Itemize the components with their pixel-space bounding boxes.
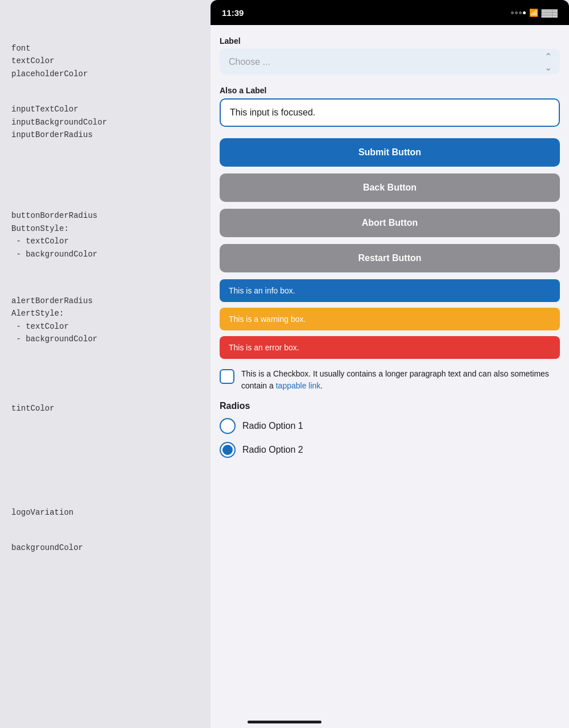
select-wrapper: Choose ... ⌃⌄	[220, 49, 560, 75]
back-button[interactable]: Back Button	[220, 173, 560, 202]
radio-option-1-row[interactable]: Radio Option 1	[220, 418, 560, 434]
logo-annotation: logoVariation	[11, 506, 199, 519]
input-label: Also a Label	[220, 86, 560, 95]
radios-section-label: Radios	[220, 401, 560, 411]
checkbox-row[interactable]: This is a Checkbox. It usually contains …	[220, 368, 560, 392]
signal-icon	[511, 11, 526, 14]
info-alert: This is an info box.	[220, 279, 560, 302]
font-annotation: fonttextColorplaceholderColor	[11, 42, 199, 80]
checkbox-tappable-link[interactable]: tappable link	[276, 381, 321, 390]
abort-button[interactable]: Abort Button	[220, 209, 560, 237]
radio-option-2-button[interactable]	[220, 442, 236, 458]
warning-alert: This is a warning box.	[220, 308, 560, 330]
submit-button[interactable]: Submit Button	[220, 138, 560, 167]
tint-annotation: tintColor	[11, 402, 199, 415]
logo-annotation-group: logoVariation	[11, 506, 199, 519]
tint-annotation-group: tintColor	[11, 402, 199, 415]
restart-button[interactable]: Restart Button	[220, 244, 560, 272]
radio-selected-indicator	[222, 445, 233, 455]
bg-annotation: backgroundColor	[11, 541, 199, 554]
select-label: Label	[220, 36, 560, 46]
home-indicator	[248, 721, 321, 723]
input-annotation-group: inputTextColorinputBackgroundColorinputB…	[11, 103, 199, 141]
radio-option-2-label: Radio Option 2	[242, 445, 303, 455]
status-time: 11:39	[222, 8, 244, 18]
button-annotation-group: buttonBorderRadiusButtonStyle: - textCol…	[11, 209, 199, 260]
radio-option-1-button[interactable]	[220, 418, 236, 434]
checkbox-input[interactable]	[220, 369, 234, 384]
alert-annotation-group: alertBorderRadiusAlertStyle: - textColor…	[11, 295, 199, 346]
checkbox-label: This is a Checkbox. It usually contains …	[241, 368, 560, 392]
left-annotation-panel: fonttextColorplaceholderColor inputTextC…	[0, 25, 211, 594]
status-icons: 📶 ▓▓▓	[511, 9, 558, 17]
bg-annotation-group: backgroundColor	[11, 541, 199, 554]
choose-select[interactable]: Choose ...	[220, 49, 560, 75]
radio-option-2-row[interactable]: Radio Option 2	[220, 442, 560, 458]
radio-option-1-label: Radio Option 1	[242, 421, 303, 431]
font-annotation-group: fonttextColorplaceholderColor	[11, 42, 199, 80]
alert-annotation: alertBorderRadiusAlertStyle: - textColor…	[11, 295, 199, 346]
phone-panel: Label Choose ... ⌃⌄ Also a Label Submit …	[211, 25, 569, 728]
error-alert: This is an error box.	[220, 336, 560, 359]
input-annotation: inputTextColorinputBackgroundColorinputB…	[11, 103, 199, 141]
button-annotation: buttonBorderRadiusButtonStyle: - textCol…	[11, 209, 199, 260]
wifi-icon: 📶	[529, 9, 538, 17]
battery-icon: ▓▓▓	[542, 9, 558, 17]
focused-text-input[interactable]	[220, 98, 560, 127]
status-bar: 11:39 📶 ▓▓▓	[211, 0, 569, 25]
